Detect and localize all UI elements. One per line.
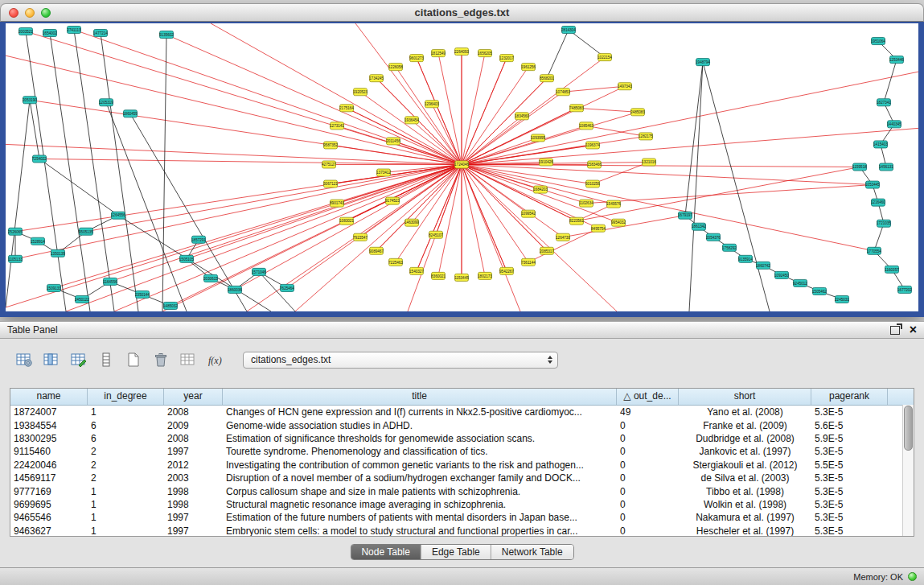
graph-node[interactable]: 1373412 [376, 169, 391, 176]
graph-node[interactable]: 7361144 [521, 258, 536, 266]
graph-node[interactable]: 1583466 [587, 161, 602, 168]
graph-node[interactable]: 2175164 [339, 105, 354, 112]
graph-node[interactable]: 1053445 [865, 181, 880, 188]
graph-node[interactable]: 1415403 [873, 141, 888, 148]
graph-node[interactable]: 2814304 [561, 27, 576, 34]
tab-network-table[interactable]: Network Table [491, 545, 573, 559]
zoom-window-button[interactable] [41, 8, 51, 18]
graph-node[interactable]: 2011456 [386, 138, 400, 145]
function-builder-icon[interactable]: f(x) [204, 349, 227, 370]
graph-node[interactable]: 2085317 [540, 247, 554, 254]
graph-node[interactable]: 1549576 [606, 200, 621, 208]
graph-node[interactable]: 1920523 [353, 89, 368, 96]
table-scrollbar[interactable] [902, 405, 914, 536]
graph-node[interactable]: 2485083 [630, 109, 645, 116]
graph-node[interactable]: 1684203 [533, 186, 548, 193]
graph-node[interactable]: 1282175 [639, 133, 653, 140]
graph-node[interactable]: 2350144 [135, 290, 150, 298]
graph-node[interactable]: 9601273 [409, 55, 424, 62]
rows-icon[interactable] [95, 349, 117, 370]
graph-node[interactable]: 1827341 [877, 99, 891, 106]
graph-node[interactable]: 1528914 [31, 237, 45, 245]
column-header-short[interactable]: short [679, 389, 811, 405]
graph-node[interactable]: 1264556 [111, 212, 125, 219]
graph-node[interactable]: 1226058 [388, 64, 403, 71]
graph-node[interactable]: 1273141 [330, 122, 344, 130]
graph-node[interactable]: 1860036 [228, 286, 242, 293]
minimize-window-button[interactable] [25, 8, 35, 18]
graph-node[interactable]: 1910426 [539, 159, 553, 166]
graph-node[interactable]: 2053190 [23, 97, 37, 104]
scrollbar-thumb[interactable] [904, 406, 913, 451]
graph-node[interactable]: 1758292 [722, 244, 737, 251]
graph-node[interactable]: 1264730 [556, 233, 570, 241]
graph-node[interactable]: 8495754 [591, 225, 606, 232]
graph-node[interactable]: 1834560 [515, 113, 529, 120]
graph-node[interactable]: 2741113 [67, 27, 81, 34]
graph-node[interactable]: 2054376 [706, 233, 721, 241]
table-row[interactable]: 1456911722003Disruption of a novel membe… [10, 472, 914, 484]
graph-node[interactable]: 8901743 [330, 200, 344, 207]
graph-node[interactable]: 1296403 [425, 101, 439, 108]
graph-node[interactable]: 1505462 [812, 287, 827, 295]
graph-node[interactable]: 7625464 [280, 284, 294, 291]
graph-node[interactable]: 1497343 [618, 83, 632, 90]
network-graph[interactable]: 1724046158346611963741085463748508310748… [6, 23, 918, 311]
graph-node[interactable]: 8360021 [431, 272, 446, 279]
graph-node[interactable]: 1770554 [867, 247, 881, 254]
graph-node[interactable]: 1857291 [191, 236, 206, 243]
graph-node[interactable]: 1164556 [103, 278, 117, 285]
table-row[interactable]: 946362711997Embryonic stem cells: a mode… [10, 525, 914, 537]
graph-node[interactable]: 1677202 [897, 286, 912, 293]
graph-node[interactable]: 1571046 [252, 268, 266, 275]
graph-node[interactable]: 1159518 [852, 163, 867, 171]
table-row[interactable]: 1872400712008Changes of HCN gene express… [10, 406, 914, 418]
graph-node[interactable]: 1505105 [179, 255, 194, 262]
graph-node[interactable]: 2245031 [835, 295, 849, 303]
graph-node[interactable]: 1812549 [431, 50, 446, 57]
graph-node[interactable]: 1085463 [579, 122, 593, 130]
graph-node[interactable]: 1093995 [531, 134, 545, 142]
table-row[interactable]: 969969511998Structural magnetic resonanc… [10, 498, 914, 511]
graph-node[interactable]: 1734245 [369, 75, 384, 82]
graph-node[interactable]: 1951064 [871, 38, 885, 45]
graph-node[interactable]: 9954032 [611, 219, 626, 226]
new-table-icon[interactable] [122, 349, 145, 370]
graph-node[interactable]: 3067121 [323, 180, 338, 187]
graph-node[interactable]: 1679197 [678, 212, 692, 219]
graph-node[interactable]: 4275127 [322, 161, 336, 168]
graph-node[interactable]: 8223561 [569, 217, 584, 225]
table-row[interactable]: 1830029562008Estimation of significance … [10, 432, 914, 445]
table-options-icon[interactable] [13, 349, 35, 370]
graph-node[interactable]: 1802173 [478, 272, 492, 279]
graph-node[interactable]: 1105133 [8, 255, 23, 262]
graph-node[interactable]: 1350139 [51, 249, 65, 257]
graph-node[interactable]: 1656205 [478, 50, 492, 57]
graph-node[interactable]: 2450122 [75, 295, 89, 303]
tab-node-table[interactable]: Node Table [351, 545, 421, 559]
delete-table-icon[interactable] [150, 349, 172, 370]
graph-node[interactable]: 1083021 [339, 217, 354, 225]
graph-node[interactable]: 7254022 [32, 155, 47, 163]
graph-node[interactable]: 1092450 [774, 271, 789, 278]
column-header-pagerank[interactable]: pagerank [811, 389, 888, 405]
graph-node[interactable]: 1102634 [579, 200, 593, 207]
graph-node[interactable]: 9135602 [159, 31, 174, 39]
graph-node[interactable]: 1948794 [696, 59, 710, 66]
graph-node[interactable]: 9245012 [793, 279, 807, 286]
graph-node[interactable]: 9587352 [323, 142, 338, 149]
graph-node[interactable]: 1205319 [99, 99, 113, 106]
graph-node[interactable]: 8245107 [429, 231, 443, 238]
float-panel-icon[interactable] [890, 326, 900, 335]
graph-node[interactable]: 1477214 [93, 30, 108, 37]
graph-node[interactable]: 1861342 [692, 223, 706, 230]
close-window-button[interactable] [9, 8, 18, 18]
graph-node[interactable]: 7485083 [569, 105, 584, 112]
graph-node[interactable]: 9542267 [499, 267, 514, 274]
column-header-in_degree[interactable]: in_degree [88, 389, 164, 405]
column-header-title[interactable]: title [223, 389, 617, 405]
graph-node[interactable]: 1860742 [756, 262, 770, 269]
graph-node[interactable]: 1074853 [556, 89, 570, 96]
edit-table-icon[interactable] [68, 349, 90, 370]
graph-node[interactable]: 1463099 [405, 219, 419, 226]
